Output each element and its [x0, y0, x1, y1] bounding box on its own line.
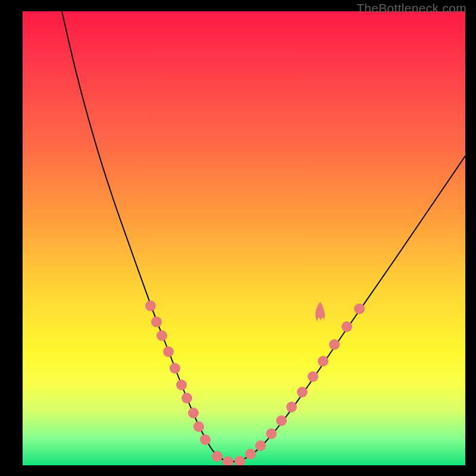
chart-overlay: [23, 11, 465, 465]
sample-point: [151, 317, 162, 327]
sample-point: [223, 456, 233, 465]
flame-icon: [315, 302, 325, 322]
sample-point: [245, 449, 256, 459]
sample-point: [176, 380, 187, 390]
sample-point: [163, 346, 174, 357]
sample-point: [170, 363, 180, 374]
sample-point: [342, 321, 352, 332]
sample-point: [193, 421, 204, 432]
sample-point: [297, 387, 308, 397]
plot-area: [23, 11, 465, 465]
sample-point: [181, 393, 192, 403]
sample-point: [329, 339, 340, 350]
watermark-text: TheBottleneck.com: [356, 1, 466, 15]
sample-point: [156, 330, 167, 341]
sample-point: [266, 428, 277, 439]
sample-point: [255, 440, 266, 451]
sample-point: [145, 300, 156, 311]
sample-point: [212, 451, 223, 462]
sample-point: [276, 415, 287, 426]
sample-point: [234, 456, 245, 465]
chart-frame: TheBottleneck.com: [0, 0, 476, 476]
sample-point: [188, 408, 199, 418]
bottleneck-curve: [62, 11, 465, 462]
sample-point: [318, 356, 328, 367]
sample-point: [354, 303, 365, 314]
sample-points-group: [145, 300, 365, 465]
sample-point: [286, 402, 297, 412]
sample-point: [308, 371, 318, 382]
sample-point: [200, 434, 211, 445]
